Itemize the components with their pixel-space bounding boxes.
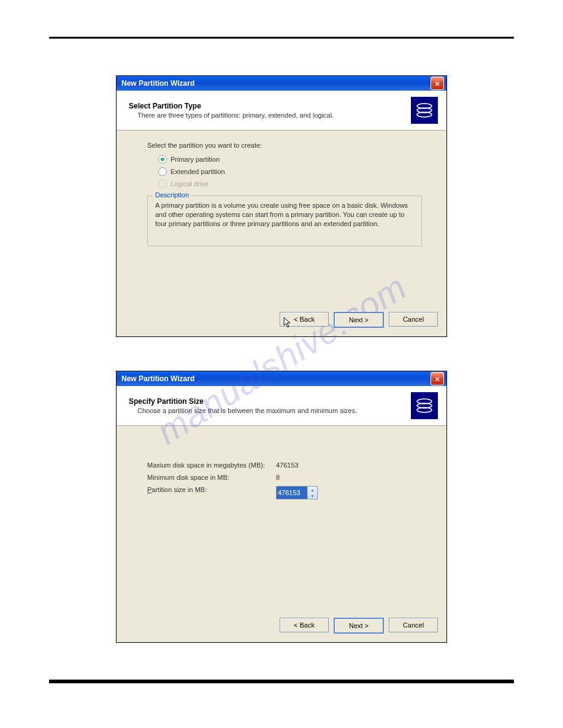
titlebar[interactable]: New Partition Wizard × [117,76,446,91]
back-button[interactable]: < Back [280,618,329,632]
description-legend: Description [153,191,191,199]
window-title: New Partition Wizard [121,79,194,88]
disk-icon [411,97,438,124]
close-button[interactable]: × [431,77,444,90]
next-button[interactable]: Next > [334,312,384,328]
top-divider [49,37,514,39]
radio-icon [158,167,167,176]
instruction-text: Select the partition you want to create: [147,142,426,149]
back-button[interactable]: < Back [280,312,329,327]
radio-logical-drive: Logical drive [158,180,426,188]
wizard-header: Select Partition Type There are three ty… [117,91,446,131]
radio-label: Extended partition [170,168,225,175]
cancel-button[interactable]: Cancel [389,312,438,327]
page-heading: Select Partition Type [129,102,411,110]
cancel-button[interactable]: Cancel [389,618,438,632]
page-subheading: Choose a partition size that is between … [129,407,411,414]
description-box: Description A primary partition is a vol… [147,195,422,246]
page-subheading: There are three types of partitions: pri… [129,112,411,119]
spinner-up-icon[interactable]: ▲ [308,487,317,493]
page-heading: Specify Partition Size [129,397,411,406]
radio-icon [158,180,167,188]
radio-primary-partition[interactable]: Primary partition [158,155,426,164]
button-row: < Back Next > Cancel [117,306,446,336]
description-text: A primary partition is a volume you crea… [155,201,414,229]
spinner-down-icon[interactable]: ▼ [308,493,317,499]
titlebar[interactable]: New Partition Wizard × [117,371,446,386]
radio-extended-partition[interactable]: Extended partition [158,167,426,176]
max-space-label: Maxium disk space in megabytes (MB): [147,461,276,469]
max-space-row: Maxium disk space in megabytes (MB): 476… [147,461,426,469]
wizard-header: Specify Partition Size Choose a partitio… [117,386,446,426]
partition-size-row: Partition size in MB: ▲ ▼ [147,486,426,499]
close-button[interactable]: × [431,372,444,385]
min-space-label: Minimum disk space in MB: [147,474,276,481]
close-icon: × [435,79,440,88]
min-space-value: 8 [276,474,280,481]
dialog-select-partition-type: New Partition Wizard × Select Partition … [116,75,447,337]
radio-label: Logical drive [170,180,209,188]
partition-size-input[interactable] [277,487,307,499]
disk-icon [411,392,438,419]
bottom-divider [49,680,514,683]
window-title: New Partition Wizard [121,374,194,383]
partition-size-spinner[interactable]: ▲ ▼ [276,486,318,499]
button-row: < Back Next > Cancel [117,612,446,642]
min-space-row: Minimum disk space in MB: 8 [147,474,426,481]
max-space-value: 476153 [276,461,299,469]
dialog-specify-partition-size: New Partition Wizard × Specify Partition… [116,371,447,643]
radio-icon [158,155,167,164]
next-button[interactable]: Next > [334,618,384,634]
close-icon: × [435,374,440,384]
partition-size-label: Partition size in MB: [147,486,276,499]
radio-label: Primary partition [170,156,220,163]
